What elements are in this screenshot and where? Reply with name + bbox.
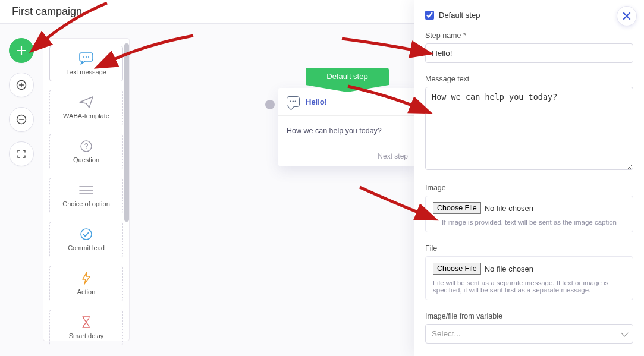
default-step-checkbox-text: Default step [439,11,480,20]
paper-plane-icon [78,96,94,109]
default-step-tag: Default step [306,68,389,85]
palette-item-label: Smart delay [69,332,104,339]
default-step-checkbox-label[interactable]: Default step [425,8,633,20]
message-text-input[interactable] [425,87,633,170]
palette-item-label: Text message [66,68,106,75]
step-card-message: How we can help you today? [278,116,416,146]
zoom-out-button[interactable] [9,107,34,132]
chat-bubble-icon [78,52,94,65]
svg-point-8 [81,229,92,240]
round-button-column [0,24,43,356]
svg-point-4 [86,56,87,58]
page-title: First campaign [12,5,82,18]
default-step-checkbox[interactable] [425,11,434,20]
close-panel-button[interactable] [617,6,637,26]
palette-item-label: Question [73,156,99,163]
step-palette: Text message WABA-template ? Question Ch… [43,38,130,341]
file-section-label: File [425,244,633,253]
fullscreen-icon [16,149,27,159]
hourglass-icon [81,316,92,329]
image-file-status: No file chosen [485,204,533,213]
file-help-text: File will be sent as a separate message.… [433,279,626,294]
palette-item-action[interactable]: Action [49,266,123,301]
step-card-title: Hello! [306,97,327,106]
palette-item-choice[interactable]: Choice of option [49,178,123,213]
port-in[interactable] [265,100,275,109]
question-icon: ? [80,140,93,153]
check-circle-icon [80,228,93,241]
zoom-in-button[interactable] [9,73,34,97]
file-file-status: No file chosen [485,264,533,273]
close-icon [621,11,632,21]
add-step-button[interactable] [9,38,34,63]
step-settings-panel: Default step Step name * Message text Im… [414,0,644,356]
variable-section-label: Image/file from variable [425,312,633,320]
palette-item-question[interactable]: ? Question [49,134,123,169]
palette-item-label: Action [77,288,96,295]
fit-screen-button[interactable] [9,141,34,166]
minus-outline-icon [15,114,27,125]
palette-item-commit-lead[interactable]: Commit lead [49,222,123,257]
step-card[interactable]: Default step ••• Hello! How we can help … [278,88,416,166]
next-step-label: Next step [378,152,408,160]
message-icon: ••• [287,96,300,107]
step-name-label: Step name * [425,31,633,40]
file-upload-box: Choose File No file chosen File will be … [425,256,633,300]
palette-item-waba-template[interactable]: WABA-template [49,90,123,125]
lightning-icon [81,272,92,285]
palette-item-label: Commit lead [68,244,105,251]
file-choose-file-button[interactable]: Choose File [433,263,481,275]
image-choose-file-button[interactable]: Choose File [433,202,481,214]
image-upload-box: Choose File No file chosen If image is p… [425,196,633,232]
plus-outline-icon [15,79,27,91]
step-card-footer: Next step [278,146,416,166]
palette-item-smart-delay[interactable]: Smart delay [49,310,123,345]
palette-item-text-message[interactable]: Text message [49,46,123,81]
message-text-label: Message text [425,75,633,83]
image-section-label: Image [425,184,633,192]
svg-point-5 [88,56,89,58]
variable-select[interactable]: Select... [425,324,633,344]
step-name-input[interactable] [425,43,633,63]
step-card-header: ••• Hello! [278,88,416,116]
list-icon [78,184,94,197]
plus-icon [15,45,27,56]
svg-point-3 [83,56,84,58]
palette-item-label: WABA-template [63,112,109,119]
palette-item-label: Choice of option [62,200,110,207]
svg-text:?: ? [84,142,89,150]
image-help-text: If image is provided, text will be sent … [433,219,626,226]
